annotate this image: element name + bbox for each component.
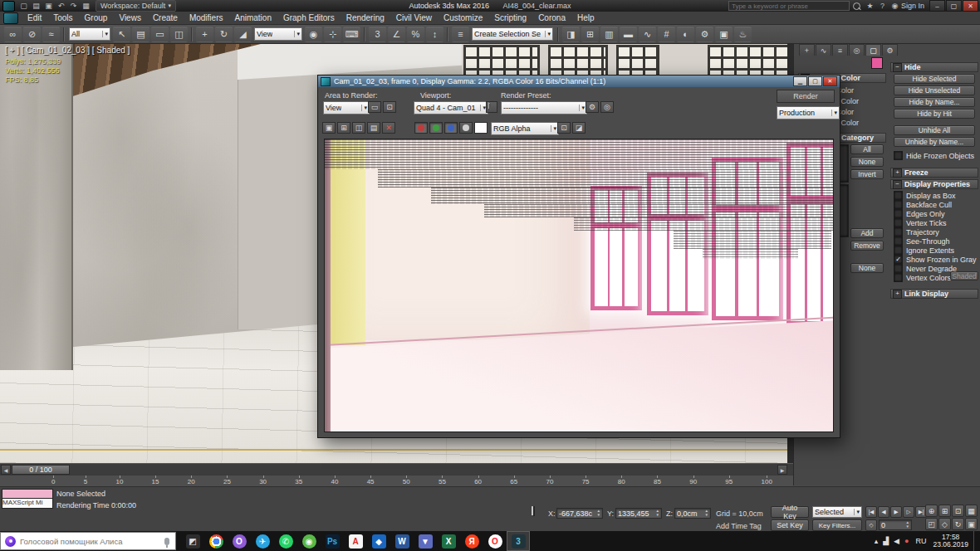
zoom-extents-icon[interactable]: ⊡ <box>952 505 964 517</box>
property-checkbox[interactable]: Edges Only <box>894 209 977 218</box>
tab-create[interactable]: + <box>799 44 815 56</box>
rfw-viewport-dropdown[interactable]: Quad 4 - Cam_01 <box>414 101 488 115</box>
selection-lock-icon[interactable] <box>532 507 543 519</box>
auto-key-button[interactable]: Auto Key <box>771 506 809 518</box>
selection-set-key-dropdown[interactable]: Selected <box>812 506 862 518</box>
menu-item[interactable]: Customize <box>438 12 488 23</box>
y-coordinate-field[interactable]: 1335,455▲▼ <box>615 508 662 519</box>
menu-item[interactable]: Tools <box>47 12 78 23</box>
save-image-icon[interactable]: ▣ <box>322 122 336 134</box>
reference-coordinate-dropdown[interactable]: View <box>254 27 302 41</box>
hide-button[interactable]: Hide Selected <box>894 74 975 84</box>
hide-button[interactable]: Hide Unselected <box>894 85 975 95</box>
favorites-star-icon[interactable]: ★ <box>864 1 876 11</box>
taskbar-acrobat[interactable]: A <box>344 531 367 551</box>
redo-icon[interactable]: ↷ <box>67 1 80 11</box>
menu-item[interactable]: Group <box>79 12 114 23</box>
object-color-swatch[interactable] <box>871 57 883 69</box>
taskbar-chrome[interactable] <box>204 531 228 551</box>
list-button[interactable]: Add <box>850 228 884 238</box>
clock[interactable]: 17:58 23.06.2019 <box>933 534 968 549</box>
copy-image-icon[interactable]: ⊞ <box>337 122 350 134</box>
tray-expand-icon[interactable]: ▴ <box>875 537 879 545</box>
menu-item[interactable]: Modifiers <box>184 12 229 23</box>
green-channel-icon[interactable] <box>429 122 443 134</box>
named-selection-sets-dropdown[interactable]: Create Selection Se <box>472 27 553 41</box>
render-setup-small-icon[interactable]: ⚙ <box>586 101 599 113</box>
clone-rfw-icon[interactable]: ◫ <box>352 122 365 134</box>
taskbar-telegram[interactable]: ✈ <box>251 531 274 551</box>
shaded-button[interactable]: Shaded <box>950 271 978 280</box>
property-checkbox[interactable]: Show Frozen in Gray <box>894 255 977 264</box>
previous-frame-arrow[interactable]: ◀ <box>1 465 11 475</box>
snaps-toggle-icon[interactable]: 3 <box>369 26 386 42</box>
unhide-button[interactable]: Unhide All <box>894 125 975 135</box>
tab-utilities[interactable]: ⚙ <box>882 44 898 56</box>
print-image-icon[interactable]: ▤ <box>367 122 380 134</box>
maxscript-mini-listener-input[interactable]: MAXScript Mi <box>2 498 53 509</box>
category-button[interactable]: None <box>850 157 884 167</box>
select-and-rotate-icon[interactable]: ↻ <box>215 26 233 42</box>
taskbar-3dsmax[interactable]: 3 <box>507 531 530 551</box>
undo-icon[interactable]: ↶ <box>55 1 67 11</box>
maximize-viewport-icon[interactable]: ▣ <box>965 518 978 530</box>
field-of-view-icon[interactable]: ◇ <box>938 518 951 530</box>
3dsmax-logo-icon[interactable] <box>2 1 15 12</box>
help-icon[interactable]: ? <box>876 1 889 11</box>
channel-display-dropdown[interactable]: RGB Alpha <box>491 122 559 135</box>
rollout-link-display[interactable]: + Link Display <box>890 289 978 299</box>
unhide-button[interactable]: Unhide by Name... <box>894 137 975 147</box>
curve-editor-icon[interactable]: ∿ <box>639 26 656 42</box>
key-filters-button[interactable]: Key Filters... <box>812 519 862 531</box>
select-and-link-icon[interactable]: ∞ <box>4 26 22 42</box>
property-checkbox[interactable]: Ignore Extents <box>894 246 977 255</box>
add-time-tag[interactable]: Add Time Tag <box>716 522 762 530</box>
viewport-label[interactable]: [ + ] [ Cam_01_02_03 ] [ Shaded ] <box>5 46 130 55</box>
x-coordinate-field[interactable]: -667,638c▲▼ <box>556 508 603 519</box>
render-setup-icon[interactable]: ⚙ <box>696 26 713 42</box>
taskbar-whatsapp[interactable]: ✆ <box>274 531 297 551</box>
hide-frozen-checkbox[interactable]: Hide Frozen Objects <box>894 151 974 160</box>
rfw-restore-button[interactable]: ▢ <box>808 76 822 86</box>
area-to-render-dropdown[interactable]: View <box>323 101 370 115</box>
app-menu-icon[interactable] <box>3 12 18 24</box>
use-pivot-center-icon[interactable]: ◉ <box>305 26 322 42</box>
open-file-icon[interactable]: ▤ <box>30 1 42 11</box>
taskbar-photoshop[interactable]: Ps <box>321 531 344 551</box>
keyboard-override-icon[interactable]: ⌨ <box>343 26 360 42</box>
rfw-titlebar[interactable]: Cam_01_02_03, frame 0, Display Gamma: 2.… <box>318 76 840 87</box>
taskbar-yandex[interactable]: Я <box>460 531 483 551</box>
tab-hierarchy[interactable]: ≡ <box>832 44 848 56</box>
time-slider[interactable]: ◀ 0 / 100 ▶ <box>0 463 793 475</box>
key-mode-toggle[interactable]: ◇ <box>865 519 877 531</box>
tray-network-icon[interactable]: ▟ <box>883 537 889 545</box>
rendered-frame-icon[interactable]: ▣ <box>715 26 733 42</box>
schematic-view-icon[interactable]: # <box>658 26 675 42</box>
selection-region-icon[interactable]: ▭ <box>151 26 169 42</box>
taskbar-search[interactable]: Голосовой помощник Алиса <box>0 532 176 550</box>
taskbar-word[interactable]: W <box>390 531 414 551</box>
new-scene-icon[interactable]: ▢ <box>17 1 30 11</box>
tray-alert-icon[interactable]: ● <box>904 537 909 545</box>
rollout-display-properties[interactable]: − Display Properties <box>890 179 978 189</box>
unlink-selection-icon[interactable]: ⊘ <box>23 26 41 42</box>
hide-button[interactable]: Hide by Hit <box>894 109 975 119</box>
none-button[interactable]: None <box>850 263 884 273</box>
project-folder-icon[interactable]: ▦ <box>80 1 92 11</box>
property-checkbox[interactable]: Display as Box <box>894 191 977 200</box>
taskbar-purple-app[interactable]: O <box>228 531 251 551</box>
property-checkbox[interactable]: Vertex Ticks <box>894 218 977 227</box>
property-checkbox[interactable]: Backface Cull <box>894 200 977 209</box>
track-bar[interactable]: 0510152025303540455055606570758085909510… <box>0 475 793 487</box>
layer-manager-icon[interactable]: ▥ <box>600 26 618 42</box>
taskbar-app-grid[interactable]: ◩ <box>181 531 204 551</box>
tray-volume-icon[interactable]: ◀ <box>894 537 899 545</box>
tab-display[interactable]: ▢ <box>865 44 881 56</box>
taskbar-opera[interactable]: O <box>483 531 507 551</box>
production-dropdown[interactable]: Production <box>777 106 840 119</box>
keyword-search-input[interactable] <box>728 1 850 11</box>
select-and-scale-icon[interactable]: ◢ <box>234 26 252 42</box>
previous-frame-button[interactable]: ◀ <box>878 506 889 518</box>
rollout-freeze[interactable]: + Freeze <box>890 168 978 178</box>
z-coordinate-field[interactable]: 0,0cm▲▼ <box>674 508 711 519</box>
